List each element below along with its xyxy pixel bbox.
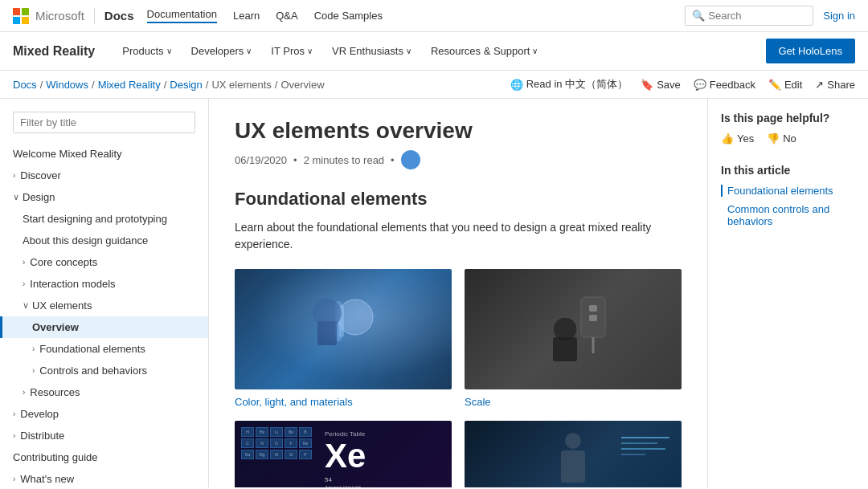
sidebar-item-develop[interactable]: › Develop (0, 403, 208, 425)
globe-icon: 🌐 (510, 79, 523, 91)
read-in-chinese-action[interactable]: 🌐 Read in 中文（简体） (510, 77, 628, 92)
search-input[interactable] (708, 10, 806, 22)
sidebar-item-label: Discover (20, 169, 61, 181)
nav-qa[interactable]: Q&A (276, 10, 297, 22)
feedback-action[interactable]: 💬 Feedback (694, 79, 755, 91)
nav-vr-enthusiasts[interactable]: VR Enthusiasts ∨ (324, 42, 420, 60)
in-article-link-controls[interactable]: Common controls and behaviors (721, 203, 855, 227)
sidebar-item-label: Overview (32, 321, 79, 333)
svg-rect-7 (589, 315, 597, 321)
sidebar-item-label: About this design guidance (23, 234, 148, 247)
search-icon: 🔍 (692, 10, 705, 22)
nav-products[interactable]: Products ∨ (114, 42, 179, 60)
bookmark-icon: 🔖 (641, 79, 653, 91)
content-area: UX elements overview 06/19/2020 • 2 minu… (209, 99, 707, 487)
helpful-title: Is this page helpful? (721, 112, 855, 124)
section-description: Learn about the foundational elements th… (235, 219, 682, 253)
breadcrumb-ux-elements: UX elements (211, 79, 271, 91)
image-card-future (465, 421, 682, 487)
search-box[interactable]: 🔍 (685, 6, 813, 26)
chevron-right-icon: › (13, 171, 15, 180)
chevron-down-icon: ∨ (13, 192, 19, 202)
chevron-right-icon: › (13, 431, 15, 440)
get-hololens-button[interactable]: Get HoloLens (766, 39, 856, 63)
sidebar-item-label: Resources (30, 386, 80, 398)
save-action[interactable]: 🔖 Save (641, 79, 681, 91)
docs-brand: Docs (104, 9, 134, 22)
product-nav: Mixed Reality Products ∨ Developers ∨ IT… (0, 32, 868, 71)
ms-bar-separator (94, 8, 95, 24)
sidebar-item-label: Foundational elements (39, 343, 145, 355)
in-article-link-foundational[interactable]: Foundational elements (721, 185, 855, 197)
article-title: UX elements overview (235, 118, 682, 144)
sidebar-item-label: Distribute (20, 430, 64, 442)
nav-documentation[interactable]: Documentation (147, 8, 217, 23)
image-inner (235, 269, 452, 389)
meta-separator: • (293, 154, 297, 166)
sidebar-item-controls-behaviors[interactable]: › Controls and behaviors (0, 360, 208, 381)
caption-scale[interactable]: Scale (465, 396, 682, 408)
chevron-down-icon: ∨ (166, 47, 172, 55)
chevron-down-icon: ∨ (23, 300, 29, 311)
ms-logo: Microsoft (13, 8, 84, 24)
no-button[interactable]: 👎 No (767, 132, 796, 145)
sidebar-item-interaction-models[interactable]: › Interaction models (0, 273, 208, 295)
right-panel: Is this page helpful? 👍 Yes 👎 No In this… (707, 99, 868, 487)
nav-resources-support[interactable]: Resources & Support ∨ (423, 42, 547, 60)
nav-developers[interactable]: Developers ∨ (183, 42, 260, 60)
breadcrumb-sep: / (206, 79, 209, 91)
sidebar-item-start-designing[interactable]: Start designing and prototyping (0, 208, 208, 230)
breadcrumb-windows[interactable]: Windows (46, 79, 88, 91)
sidebar-item-resources[interactable]: › Resources (0, 381, 208, 403)
avatar (401, 150, 420, 169)
sidebar-item-ux-elements[interactable]: ∨ UX elements (0, 295, 208, 316)
xenon-info: Periodic Table Xe 54 Atomic Weight131.29… (318, 421, 452, 487)
breadcrumb-docs[interactable]: Docs (13, 79, 37, 91)
svg-rect-10 (553, 337, 577, 361)
sidebar-item-core-concepts[interactable]: › Core concepts (0, 251, 208, 273)
in-article-section: In this article Foundational elements Co… (721, 164, 855, 227)
nav-code-samples[interactable]: Code Samples (314, 10, 383, 22)
future-ui-content (465, 421, 682, 487)
chevron-down-icon: ∨ (406, 47, 411, 55)
svg-rect-1 (335, 301, 342, 341)
edit-icon: ✏️ (768, 79, 781, 91)
sidebar-filter-input[interactable] (13, 112, 195, 133)
sidebar-item-label: Design (23, 191, 55, 203)
sidebar-item-overview[interactable]: Overview (0, 316, 208, 338)
sidebar-item-foundational-elements[interactable]: › Foundational elements (0, 338, 208, 360)
yes-button[interactable]: 👍 Yes (721, 132, 754, 145)
meta-separator2: • (391, 154, 395, 166)
nav-learn[interactable]: Learn (233, 10, 260, 22)
sidebar-filter (0, 108, 208, 143)
image-scale (465, 269, 682, 389)
holo-ui (621, 437, 669, 455)
breadcrumb-sep: / (164, 79, 167, 91)
main-layout: Welcome Mixed Reality › Discover ∨ Desig… (0, 99, 868, 487)
sidebar-item-discover[interactable]: › Discover (0, 165, 208, 186)
sidebar-item-design[interactable]: ∨ Design (0, 186, 208, 208)
svg-rect-4 (317, 321, 337, 345)
edit-action[interactable]: ✏️ Edit (768, 79, 802, 91)
sign-in-link[interactable]: Sign in (823, 10, 855, 22)
sidebar-item-label: Start designing and prototyping (23, 213, 167, 225)
nav-it-pros[interactable]: IT Pros ∨ (263, 42, 321, 60)
sidebar-item-welcome[interactable]: Welcome Mixed Reality (0, 143, 208, 165)
chevron-down-icon: ∨ (532, 47, 538, 55)
caption-color-light[interactable]: Color, light, and materials (235, 396, 452, 408)
sidebar-item-label: Welcome Mixed Reality (13, 148, 122, 160)
medical-vr-illustration (295, 289, 391, 369)
breadcrumb-design[interactable]: Design (170, 79, 202, 91)
sidebar-item-label: Interaction models (30, 278, 115, 290)
sidebar-item-label: Contributing guide (13, 451, 98, 463)
sidebar-item-distribute[interactable]: › Distribute (0, 425, 208, 446)
sidebar-item-about-design[interactable]: About this design guidance (0, 230, 208, 251)
share-action[interactable]: ↗ Share (815, 79, 855, 91)
sidebar-item-contributing-guide[interactable]: Contributing guide (0, 446, 208, 468)
ms-logo-squares (13, 8, 29, 24)
image-card-xenon: H He Li Be B C N O F Ne Na Mg Al (235, 421, 452, 487)
share-icon: ↗ (815, 79, 824, 91)
sidebar-item-whats-new[interactable]: › What's new (0, 468, 208, 487)
sidebar-item-label: Develop (20, 408, 59, 420)
breadcrumb-mixed-reality[interactable]: Mixed Reality (98, 79, 161, 91)
